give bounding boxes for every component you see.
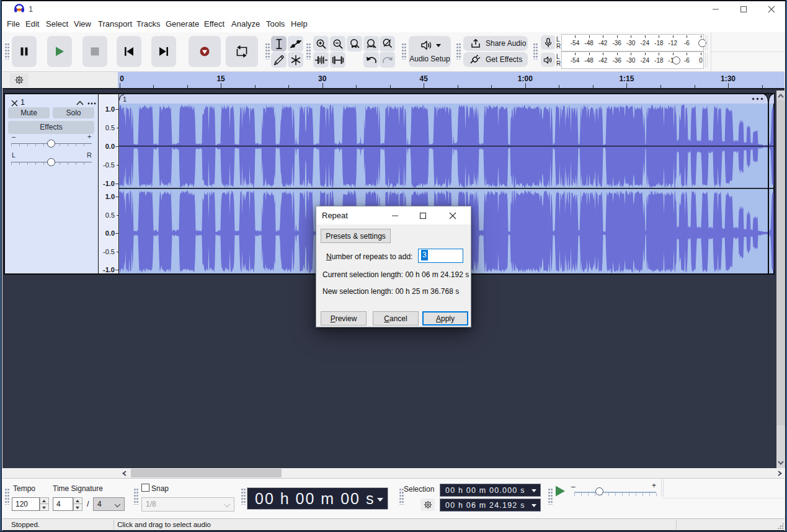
snap-checkbox[interactable] — [141, 484, 149, 492]
audio-setup-toolbar-grip[interactable] — [402, 43, 406, 60]
preview-button[interactable]: Preview — [321, 311, 367, 326]
scroll-right-icon[interactable] — [778, 471, 782, 476]
selection-start-field[interactable]: 00 h 00 m 00.000 s — [440, 484, 541, 497]
menu-select[interactable]: Select — [46, 19, 68, 29]
zoom-out-button[interactable] — [330, 36, 345, 51]
selection-end-dropdown-icon[interactable] — [531, 504, 536, 507]
undo-button[interactable] — [363, 52, 379, 68]
menu-effect[interactable]: Effect — [204, 19, 225, 29]
timesig-spin-up[interactable] — [74, 498, 82, 504]
draw-tool-button[interactable] — [271, 52, 287, 68]
zoom-in-button[interactable] — [313, 36, 329, 51]
pan-slider[interactable] — [47, 158, 55, 166]
snap-toolbar-grip[interactable] — [134, 489, 138, 505]
vertical-scrollbar[interactable] — [776, 91, 785, 468]
selection-toolbar-grip[interactable] — [399, 489, 404, 505]
audio-setup-button[interactable]: Audio Setup — [409, 36, 451, 67]
speed-slider[interactable] — [595, 487, 603, 495]
apply-button[interactable]: Apply — [422, 311, 468, 326]
window-close-button[interactable] — [758, 1, 785, 17]
solo-button[interactable]: Solo — [53, 107, 94, 118]
scroll-left-icon[interactable] — [122, 471, 127, 476]
play-at-speed-button[interactable] — [554, 485, 566, 497]
share-audio-button[interactable]: Share Audio — [463, 36, 528, 51]
gain-slider[interactable] — [47, 140, 55, 148]
presets-settings-button[interactable]: Presets & settings — [321, 229, 391, 243]
play-button[interactable] — [47, 36, 72, 67]
horizontal-scrollbar-thumb[interactable] — [131, 469, 282, 477]
playback-meter[interactable]: -54-48-42-36-30-24-18-12-60 — [561, 51, 704, 69]
horizontal-scrollbar[interactable] — [2, 468, 785, 478]
vertical-scrollbar-thumb[interactable] — [776, 100, 785, 425]
multi-tool-button[interactable] — [288, 52, 303, 68]
cancel-button[interactable]: Cancel — [373, 311, 419, 326]
share-toolbar-grip[interactable] — [456, 43, 461, 60]
stop-button[interactable] — [82, 36, 107, 67]
timesig-lower-select[interactable]: 4 — [93, 497, 125, 511]
track-close-icon[interactable] — [11, 100, 18, 107]
menu-view[interactable]: View — [74, 19, 91, 29]
record-button[interactable] — [189, 36, 221, 67]
loop-button[interactable] — [226, 36, 258, 67]
dialog-close-button[interactable] — [442, 206, 464, 224]
fit-project-button[interactable] — [363, 36, 379, 51]
tempo-spin-up[interactable] — [40, 498, 48, 504]
mute-button[interactable]: Mute — [8, 107, 50, 118]
silence-audio-button[interactable] — [330, 52, 345, 68]
resize-grip[interactable] — [777, 523, 783, 529]
timesig-spin-down[interactable] — [74, 504, 82, 510]
menu-analyze[interactable]: Analyze — [231, 19, 260, 29]
edit-toolbar-grip[interactable] — [306, 43, 311, 60]
redo-button[interactable] — [380, 52, 395, 68]
skip-to-end-button[interactable] — [151, 36, 176, 67]
menu-tools[interactable]: Tools — [266, 19, 285, 29]
menu-generate[interactable]: Generate — [166, 19, 199, 29]
selection-tool-button[interactable] — [271, 36, 287, 51]
tools-toolbar-grip[interactable] — [265, 43, 270, 60]
tempo-input[interactable]: 120 — [12, 497, 40, 511]
record-meter-mic-button[interactable] — [541, 35, 555, 50]
track-menu-icon[interactable] — [87, 102, 96, 105]
timeline-ruler[interactable]: 01530451:001:151:30 — [118, 72, 785, 88]
skip-to-start-button[interactable] — [117, 36, 141, 67]
meter-toolbar-grip[interactable] — [533, 43, 538, 60]
get-effects-button[interactable]: Get Effects — [463, 52, 528, 67]
menu-help[interactable]: Help — [291, 19, 308, 29]
dialog-minimize-button[interactable] — [384, 206, 406, 224]
transport-toolbar-grip[interactable] — [5, 43, 9, 60]
play-at-speed-grip[interactable] — [548, 489, 553, 505]
fit-selection-button[interactable] — [347, 36, 362, 51]
tempo-spin-down[interactable] — [40, 504, 48, 510]
envelope-tool-button[interactable] — [288, 36, 303, 51]
snap-mode-select[interactable]: 1/8 — [141, 497, 234, 512]
window-minimize-button[interactable] — [702, 1, 729, 17]
zoom-toggle-button[interactable] — [380, 36, 395, 51]
selection-start-dropdown-icon[interactable] — [531, 489, 536, 492]
timesig-upper-input[interactable]: 4 — [53, 497, 73, 511]
tempo-spinner[interactable] — [40, 497, 49, 511]
timecode-toolbar-grip[interactable] — [241, 489, 246, 505]
timeline-options-button[interactable] — [10, 73, 29, 87]
effects-button[interactable]: Effects — [8, 121, 94, 134]
window-maximize-button[interactable] — [730, 1, 757, 17]
menu-file[interactable]: File — [7, 19, 20, 29]
time-display[interactable]: 00 h 00 m 00 s — [247, 487, 388, 510]
time-toolbar-grip[interactable] — [5, 489, 9, 505]
scroll-up-icon[interactable] — [778, 94, 784, 98]
menu-tracks[interactable]: Tracks — [136, 19, 161, 29]
repeats-input[interactable]: 3 — [418, 249, 463, 263]
trim-audio-button[interactable] — [313, 52, 329, 68]
recording-meter[interactable]: -54-48-42-36-30-24-18-12-60 — [561, 34, 704, 51]
scroll-down-icon[interactable] — [778, 461, 784, 465]
pause-button[interactable] — [12, 36, 37, 67]
track-collapse-icon[interactable] — [76, 100, 84, 105]
track-name[interactable]: 1 — [20, 98, 25, 107]
timesig-spinner[interactable] — [73, 497, 82, 511]
dialog-title-bar[interactable]: Repeat — [316, 206, 471, 224]
menu-edit[interactable]: Edit — [25, 19, 39, 29]
meter-volume-slider[interactable] — [672, 56, 680, 64]
menu-transport[interactable]: Transport — [98, 19, 132, 29]
dialog-maximize-button[interactable] — [412, 206, 434, 224]
selection-end-field[interactable]: 00 h 06 m 24.192 s — [440, 499, 541, 512]
time-display-dropdown-icon[interactable] — [377, 498, 383, 502]
